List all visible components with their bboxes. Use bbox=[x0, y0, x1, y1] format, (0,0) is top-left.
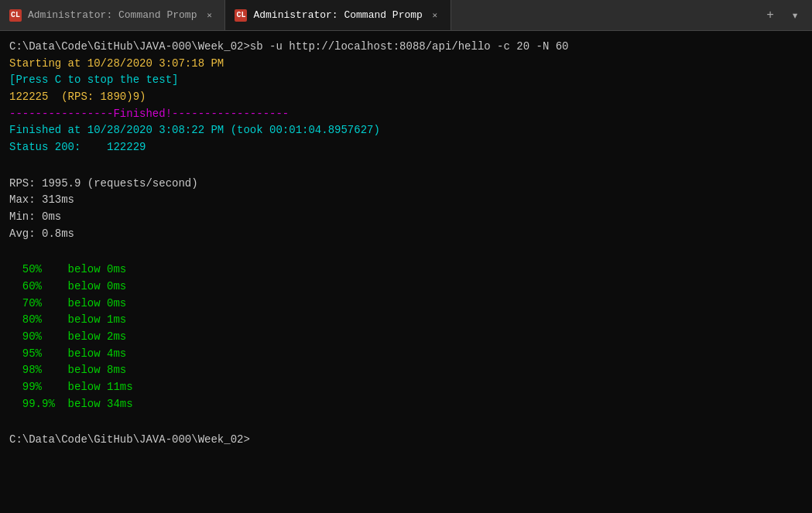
terminal: C:\Data\Code\GitHub\JAVA-000\Week_02>sb … bbox=[0, 31, 812, 513]
terminal-line-18: 95% below 4ms bbox=[9, 346, 803, 363]
chevron-down-icon[interactable]: ▾ bbox=[784, 5, 806, 26]
terminal-line-10: Min: 0ms bbox=[9, 209, 803, 226]
terminal-line-1: Starting at 10/28/2020 3:07:18 PM bbox=[9, 56, 803, 73]
terminal-line-6: Status 200: 122229 bbox=[9, 139, 803, 156]
tab-2-icon: CL bbox=[235, 9, 247, 22]
titlebar: CL Administrator: Command Promp ✕ CL Adm… bbox=[0, 0, 812, 31]
terminal-line-13: 50% below 0ms bbox=[9, 262, 803, 279]
terminal-line-0: C:\Data\Code\GitHub\JAVA-000\Week_02>sb … bbox=[9, 39, 803, 56]
terminal-blank-12 bbox=[9, 242, 803, 262]
tab-2-label: Administrator: Command Promp bbox=[253, 9, 422, 21]
tab-1[interactable]: CL Administrator: Command Promp ✕ bbox=[0, 0, 225, 30]
terminal-line-20: 99% below 11ms bbox=[9, 379, 803, 396]
tab-strip: CL Administrator: Command Promp ✕ CL Adm… bbox=[0, 0, 753, 30]
terminal-line-5: Finished at 10/28/2020 3:08:22 PM (took … bbox=[9, 122, 803, 139]
tab-1-label: Administrator: Command Promp bbox=[28, 9, 197, 21]
tab-1-close[interactable]: ✕ bbox=[203, 9, 215, 22]
tab-1-icon: CL bbox=[9, 9, 22, 22]
terminal-line-17: 90% below 2ms bbox=[9, 329, 803, 346]
terminal-line-21: 99.9% below 34ms bbox=[9, 396, 803, 413]
terminal-line-16: 80% below 1ms bbox=[9, 312, 803, 329]
terminal-line-2: [Press C to stop the test] bbox=[9, 72, 803, 89]
terminal-line-11: Avg: 0.8ms bbox=[9, 226, 803, 243]
tab-2[interactable]: CL Administrator: Command Promp ✕ bbox=[225, 0, 451, 30]
terminal-line-9: Max: 313ms bbox=[9, 192, 803, 209]
tab-actions: + ▾ bbox=[753, 5, 812, 26]
terminal-blank-7 bbox=[9, 156, 803, 176]
terminal-line-14: 60% below 0ms bbox=[9, 279, 803, 296]
terminal-line-8: RPS: 1995.9 (requests/second) bbox=[9, 176, 803, 193]
terminal-line-15: 70% below 0ms bbox=[9, 296, 803, 313]
add-tab-button[interactable]: + bbox=[759, 5, 781, 26]
terminal-blank-22 bbox=[9, 412, 803, 432]
tab-2-close[interactable]: ✕ bbox=[429, 9, 441, 22]
terminal-line-3: 122225 (RPS: 1890)9) bbox=[9, 89, 803, 106]
terminal-line-4: ----------------Finished!---------------… bbox=[9, 106, 803, 123]
terminal-line-19: 98% below 8ms bbox=[9, 362, 803, 379]
terminal-line-23: C:\Data\Code\GitHub\JAVA-000\Week_02> bbox=[9, 432, 803, 449]
